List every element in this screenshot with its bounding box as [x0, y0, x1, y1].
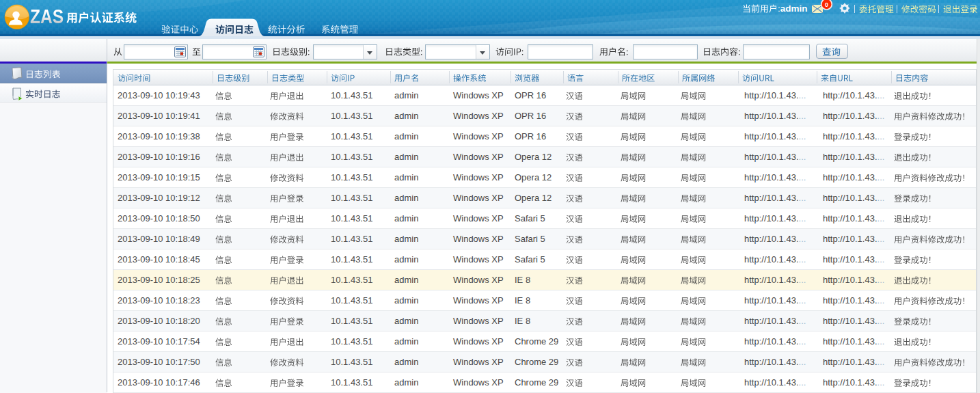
svg-text:0: 0 — [825, 1, 828, 8]
